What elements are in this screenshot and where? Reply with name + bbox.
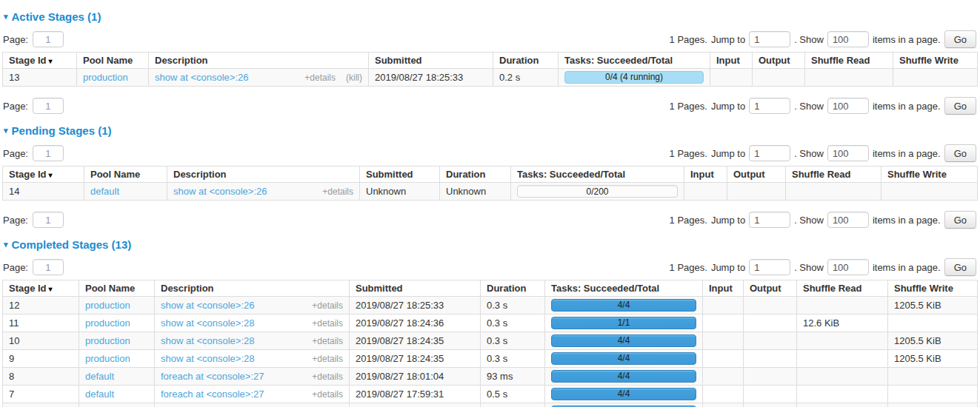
column-header-shuffle-write[interactable]: Shuffle Write [893, 53, 978, 69]
column-header-duration[interactable]: Duration [493, 53, 559, 69]
column-header-input[interactable]: Input [684, 166, 727, 183]
page-number-input[interactable] [33, 212, 64, 228]
stage-description-link[interactable]: foreach at <console>:27 [161, 371, 264, 382]
details-toggle[interactable]: +details [312, 318, 343, 329]
table-row: 9 production show at <console>:28 +detai… [3, 350, 978, 368]
shuffle-read-cell: 12.6 KiB [797, 314, 888, 332]
go-button[interactable]: Go [944, 258, 976, 276]
stage-id-cell: 9 [3, 350, 79, 368]
column-header-description[interactable]: Description [149, 53, 369, 69]
pool-name-link[interactable]: production [85, 317, 130, 329]
submitted-cell: 2019/08/27 18:24:35 [350, 332, 481, 350]
pool-name-link[interactable]: default [85, 371, 114, 382]
column-header-pool-name[interactable]: Pool Name [77, 53, 149, 69]
column-header-stage-id[interactable]: Stage Id▾ [3, 166, 84, 183]
page-size-input[interactable] [827, 31, 869, 47]
column-header-output[interactable]: Output [744, 280, 797, 297]
active-stages-title: Active Stages (1) [12, 10, 101, 23]
column-header-output[interactable]: Output [727, 166, 786, 183]
stage-description-link[interactable]: show at <console>:26 [161, 300, 254, 311]
column-header-shuffle-write[interactable]: Shuffle Write [888, 280, 978, 297]
column-header-input[interactable]: Input [710, 53, 753, 69]
details-toggle[interactable]: +details [312, 300, 343, 311]
column-header-submitted[interactable]: Submitted [369, 53, 493, 69]
page-number-input[interactable] [33, 31, 64, 47]
items-per-page-label: items in a page. [873, 148, 941, 159]
details-toggle[interactable]: +details [312, 371, 343, 382]
column-header-shuffle-read[interactable]: Shuffle Read [805, 53, 893, 69]
active-stages-header[interactable]: ▾ Active Stages (1) [4, 10, 978, 23]
submitted-cell: 2019/08/27 18:25:33 [369, 69, 493, 87]
column-header-output[interactable]: Output [753, 53, 805, 69]
column-header-tasks[interactable]: Tasks: Succeeded/Total [545, 280, 703, 297]
column-header-stage-id[interactable]: Stage Id▾ [3, 280, 79, 297]
jump-to-label: Jump to [711, 101, 745, 112]
kill-link[interactable]: (kill) [346, 73, 362, 83]
column-header-description[interactable]: Description [155, 280, 350, 297]
shuffle-write-cell [888, 314, 978, 332]
completed-stages-header[interactable]: ▾ Completed Stages (13) [4, 238, 978, 251]
column-header-submitted[interactable]: Submitted [360, 166, 440, 183]
jump-to-input[interactable] [749, 259, 790, 275]
column-header-submitted[interactable]: Submitted [350, 280, 481, 297]
items-per-page-label: items in a page. [873, 101, 941, 112]
stage-description-link[interactable]: foreach at <console>:27 [161, 388, 264, 400]
jump-to-input[interactable] [749, 98, 790, 114]
pending-stages-header[interactable]: ▾ Pending Stages (1) [4, 124, 978, 137]
column-header-input[interactable]: Input [703, 280, 744, 297]
stage-description-link[interactable]: show at <console>:28 [161, 353, 254, 364]
page-size-input[interactable] [827, 259, 869, 275]
stage-description-link[interactable]: show at <console>:26 [155, 72, 248, 83]
details-toggle[interactable]: +details [304, 73, 336, 83]
table-row: 7 default foreach at <console>:27 +detai… [3, 386, 978, 403]
column-header-description[interactable]: Description [167, 166, 360, 183]
table-row: 8 default foreach at <console>:27 +detai… [3, 368, 978, 386]
pool-name-link[interactable]: default [85, 388, 114, 400]
tasks-progress-bar: 4/4 [551, 299, 696, 312]
go-button[interactable]: Go [944, 144, 976, 162]
submitted-cell: 2019/08/27 17:59:31 [350, 386, 481, 403]
page-number-input[interactable] [33, 259, 64, 275]
pool-name-link[interactable]: default [90, 186, 119, 197]
pool-name-link[interactable]: production [85, 300, 130, 311]
page-number-input[interactable] [33, 145, 64, 161]
column-header-tasks[interactable]: Tasks: Succeeded/Total [559, 53, 710, 69]
output-cell [744, 403, 797, 407]
column-header-shuffle-read[interactable]: Shuffle Read [786, 166, 881, 183]
page-size-input[interactable] [827, 98, 869, 114]
jump-to-input[interactable] [749, 145, 790, 161]
column-header-tasks[interactable]: Tasks: Succeeded/Total [511, 166, 684, 183]
pool-name-link[interactable]: production [85, 335, 130, 346]
details-toggle[interactable]: +details [322, 186, 353, 197]
jump-to-input[interactable] [749, 212, 790, 228]
pool-name-link[interactable]: production [85, 353, 130, 364]
go-button[interactable]: Go [944, 211, 976, 229]
page-size-input[interactable] [827, 212, 869, 228]
column-header-duration[interactable]: Duration [481, 280, 545, 297]
go-button[interactable]: Go [944, 97, 976, 115]
details-toggle[interactable]: +details [312, 354, 343, 364]
column-header-shuffle-read[interactable]: Shuffle Read [797, 280, 888, 297]
pool-name-link[interactable]: production [83, 72, 128, 83]
page-number-input[interactable] [33, 98, 64, 114]
show-label: . Show [794, 215, 824, 226]
go-button[interactable]: Go [944, 30, 976, 48]
page-size-input[interactable] [827, 145, 869, 161]
input-cell [703, 403, 744, 407]
completed-stages-table: Stage Id▾ Pool Name Description Submitte… [2, 280, 978, 407]
details-toggle[interactable]: +details [312, 336, 343, 346]
shuffle-write-cell: 1205.5 KiB [888, 332, 978, 350]
column-header-pool-name[interactable]: Pool Name [84, 166, 167, 183]
column-header-duration[interactable]: Duration [440, 166, 511, 183]
jump-to-label: Jump to [711, 34, 745, 45]
output-cell [744, 332, 797, 350]
column-header-pool-name[interactable]: Pool Name [79, 280, 155, 297]
details-toggle[interactable]: +details [312, 389, 343, 400]
column-header-shuffle-write[interactable]: Shuffle Write [881, 166, 978, 183]
column-header-stage-id[interactable]: Stage Id▾ [3, 53, 77, 69]
stage-description-link[interactable]: show at <console>:28 [161, 317, 254, 329]
stage-description-link[interactable]: show at <console>:26 [173, 186, 267, 197]
stage-description-link[interactable]: show at <console>:28 [161, 335, 254, 346]
show-label: . Show [794, 34, 824, 45]
jump-to-input[interactable] [749, 31, 790, 47]
